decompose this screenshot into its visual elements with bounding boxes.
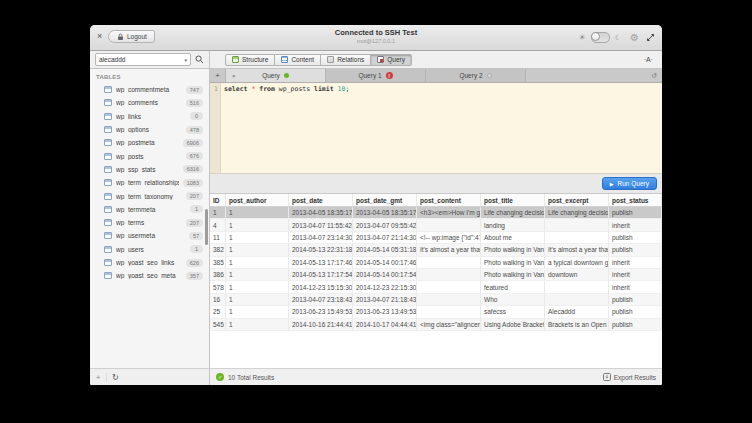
cell xyxy=(417,306,481,317)
query-editor[interactable]: 1 select * from wp_posts limit 10; xyxy=(210,83,662,174)
result-row[interactable]: 2512013-06-23 15:49:53+02013-06-23 13:49… xyxy=(210,306,662,318)
table-name: wp_term_taxonomy xyxy=(116,193,182,200)
sidebar-item-wp_links[interactable]: wp_links 0 xyxy=(90,110,209,123)
result-row[interactable]: 54512014-10-16 21:44:41+02014-10-17 04:4… xyxy=(210,319,662,331)
result-row[interactable]: 38512014-05-13 17:17:46+02014-05-14 00:1… xyxy=(210,257,662,269)
table-name: wp_users xyxy=(116,246,186,253)
export-results-button[interactable]: Export Results xyxy=(603,373,656,381)
sidebar-item-wp_ssp_stats[interactable]: wp_ssp_stats 6316 xyxy=(90,163,209,176)
sidebar-item-wp_commentmeta[interactable]: wp_commentmeta 747 xyxy=(90,83,209,96)
table-name: wp_usermeta xyxy=(116,232,185,239)
cell xyxy=(417,281,481,292)
view-tab-content[interactable]: Content xyxy=(275,54,321,66)
column-header-post_excerpt[interactable]: post_excerpt xyxy=(545,194,609,206)
sidebar-item-wp_term_taxonomy[interactable]: wp_term_taxonomy 207 xyxy=(90,189,209,202)
search-icon[interactable] xyxy=(195,55,204,64)
relations-icon xyxy=(327,56,334,63)
sql-token: from xyxy=(259,85,275,93)
result-row[interactable]: 412013-04-07 11:55:42+02013-04-07 09:55:… xyxy=(210,219,662,231)
sidebar-item-wp_yoast_seo_meta[interactable]: wp_yoast_seo_meta 357 xyxy=(90,269,209,282)
play-icon: ▶ xyxy=(610,181,614,187)
query-tab-query[interactable]: × Query xyxy=(226,69,326,82)
column-header-post_date_gmt[interactable]: post_date_gmt xyxy=(353,194,417,206)
sidebar-item-wp_postmeta[interactable]: wp_postmeta 6906 xyxy=(90,136,209,149)
dark-mode-toggle[interactable] xyxy=(591,32,610,43)
view-tab-query[interactable]: Query xyxy=(371,54,412,66)
table-name: wp_posts xyxy=(116,153,182,160)
row-count-badge: 747 xyxy=(186,86,203,94)
cell: Photo walking in Vancouv xyxy=(481,269,545,280)
database-selector[interactable]: alecaddd ▾ xyxy=(95,53,191,66)
result-row[interactable]: 57812014-12-23 15:15:30+02014-12-23 22:1… xyxy=(210,281,662,293)
query-tab-query-1[interactable]: Query 1 ! xyxy=(326,69,426,82)
cell: 1 xyxy=(226,207,289,218)
sidebar-item-wp_usermeta[interactable]: wp_usermeta 57 xyxy=(90,229,209,242)
history-icon[interactable]: ↺ xyxy=(651,69,657,82)
gear-icon[interactable]: ⚙ xyxy=(630,32,639,43)
cell xyxy=(417,257,481,268)
view-tab-structure[interactable]: Structure xyxy=(225,54,275,66)
run-query-label: Run Query xyxy=(618,180,649,187)
sidebar-item-wp_options[interactable]: wp_options 478 xyxy=(90,123,209,136)
cell: 2014-05-14 05:31:18+0 xyxy=(353,244,417,255)
column-header-post_status[interactable]: post_status xyxy=(609,194,662,206)
view-tab-label: Content xyxy=(291,56,314,63)
sidebar-item-wp_posts[interactable]: wp_posts 676 xyxy=(90,149,209,162)
column-header-id[interactable]: ID xyxy=(210,194,226,206)
cell: inherit xyxy=(609,269,662,280)
result-row[interactable]: 38212014-05-13 22:31:18+02014-05-14 05:3… xyxy=(210,244,662,256)
add-table-button[interactable]: + xyxy=(90,373,107,382)
success-check-icon: ✓ xyxy=(216,373,224,381)
result-row[interactable]: 112013-04-05 18:35:17+02013-04-05 18:35:… xyxy=(210,207,662,219)
sidebar-scrollbar[interactable] xyxy=(205,209,208,245)
cell: inherit xyxy=(609,257,662,268)
result-row[interactable]: 1112013-04-07 23:14:30+02013-04-07 21:14… xyxy=(210,232,662,244)
toolbar: alecaddd ▾ Structure Content Relations Q… xyxy=(90,51,662,69)
sun-icon: ☀ xyxy=(579,33,586,42)
result-row[interactable]: 38612014-05-13 17:17:54+02014-05-14 00:1… xyxy=(210,269,662,281)
run-query-button[interactable]: ▶ Run Query xyxy=(602,177,657,190)
sidebar-item-wp_term_relationships[interactable]: wp_term_relationships 1083 xyxy=(90,176,209,189)
view-tab-relations[interactable]: Relations xyxy=(321,54,371,66)
structure-icon xyxy=(232,56,239,63)
cell: 382 xyxy=(210,244,226,255)
result-row[interactable]: 1612013-04-07 23:18:43+02013-04-07 21:18… xyxy=(210,294,662,306)
cell xyxy=(545,232,609,243)
cell: featured xyxy=(481,281,545,292)
cell: Photo walking in Vancouv xyxy=(481,244,545,255)
status-bar: ✓ 10 Total Results Export Results xyxy=(210,368,662,385)
query-code[interactable]: select * from wp_posts limit 10; xyxy=(221,83,662,173)
cell: 1 xyxy=(226,306,289,317)
expand-icon[interactable] xyxy=(646,33,655,42)
table-icon xyxy=(104,206,112,213)
tab-close-icon[interactable]: × xyxy=(232,73,236,79)
sidebar-item-wp_comments[interactable]: wp_comments 516 xyxy=(90,96,209,109)
cell: 1 xyxy=(210,207,226,218)
table-name: wp_postmeta xyxy=(116,139,179,146)
column-header-post_content[interactable]: post_content xyxy=(417,194,481,206)
column-header-post_author[interactable]: post_author xyxy=(226,194,289,206)
cell: 2013-04-07 21:18:43+0 xyxy=(353,294,417,305)
cell: publish xyxy=(609,207,662,218)
column-header-post_title[interactable]: post_title xyxy=(481,194,545,206)
query-tab-label: Query xyxy=(262,72,280,79)
sidebar-item-wp_users[interactable]: wp_users 1 xyxy=(90,243,209,256)
query-tab-label: Query 1 xyxy=(358,72,381,79)
query-tab-query-2[interactable]: Query 2 xyxy=(426,69,526,82)
tab-status-icon xyxy=(487,73,492,78)
refresh-icon[interactable]: ↻ xyxy=(112,373,119,382)
font-size-button[interactable]: ·A· xyxy=(644,56,653,63)
new-query-tab-button[interactable]: + xyxy=(210,69,226,82)
column-header-post_date[interactable]: post_date xyxy=(289,194,353,206)
results-grid: IDpost_authorpost_datepost_date_gmtpost_… xyxy=(210,194,662,368)
cell: 2014-10-17 04:44:41+0 xyxy=(353,319,417,330)
sidebar-item-wp_termmeta[interactable]: wp_termmeta 1 xyxy=(90,203,209,216)
content-icon xyxy=(281,56,288,63)
view-tab-label: Relations xyxy=(337,56,364,63)
window-subtitle: root@127.0.0.1 xyxy=(90,38,662,44)
cell: 2013-04-07 09:55:42+0 xyxy=(353,219,417,230)
sidebar-item-wp_terms[interactable]: wp_terms 207 xyxy=(90,216,209,229)
sidebar-item-wp_yoast_seo_links[interactable]: wp_yoast_seo_links 626 xyxy=(90,256,209,269)
row-count-badge: 676 xyxy=(186,152,203,160)
cell: 1 xyxy=(226,269,289,280)
